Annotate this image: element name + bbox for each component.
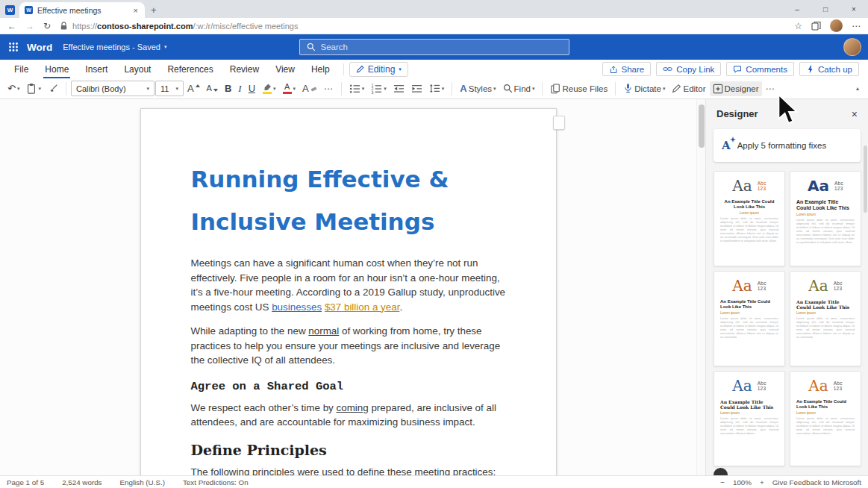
designer-button[interactable]: Designer [710,81,762,96]
reuse-files-button[interactable]: Reuse Files [547,81,611,96]
catch-up-icon [806,65,814,74]
share-button[interactable]: Share [602,62,652,76]
document-canvas[interactable]: Running Effective & Inclusive Meetings M… [0,99,696,475]
comments-button[interactable]: Comments [726,62,794,76]
pane-scrollbar-thumb[interactable] [864,146,867,213]
paste-button[interactable]: ▾ [23,81,44,96]
italic-button[interactable]: I [235,81,244,96]
page-count[interactable]: Page 1 of 5 [7,478,44,487]
tab-close-icon[interactable]: × [132,6,140,15]
menu-layout[interactable]: Layout [116,60,159,78]
design-style-card[interactable]: Aa Abc123 An Example Title Could Look Li… [714,271,785,366]
word-favicon-icon: W [25,6,33,14]
zoom-in-button[interactable]: + [760,478,764,487]
divider [542,82,543,96]
underline-button[interactable]: U [246,81,258,96]
browser-profile-avatar[interactable] [830,19,843,32]
grow-font-button[interactable]: A [184,81,203,96]
pen-icon [356,65,364,73]
pane-footer-button[interactable] [714,468,728,475]
paragraph: While adapting to the new normal of work… [191,324,506,368]
search-input[interactable] [321,43,545,51]
editing-mode-button[interactable]: Editing ▾ [349,62,408,77]
designer-pane: Designer × A Apply 5 formatting fixes Aa… [705,99,868,475]
styles-button[interactable]: A Styles ▾ [457,81,499,96]
editor-button[interactable]: Editor [669,81,708,96]
menu-home[interactable]: Home [37,60,77,78]
word-app-icon: W [5,5,15,15]
clear-formatting-button[interactable]: A [299,81,320,96]
decrease-indent-button[interactable] [390,81,408,96]
design-style-card[interactable]: Aa Abc123 An Example Title Could Look Li… [714,371,785,466]
document-scrollbar[interactable] [696,99,705,475]
minimize-button[interactable]: – [783,0,811,18]
design-style-card[interactable]: Aa Abc123 An Example Title Could Look Li… [714,171,785,266]
close-window-button[interactable]: × [840,0,868,18]
collapse-ribbon-button[interactable]: ▴ [852,84,864,93]
menu-insert[interactable]: Insert [77,60,116,78]
font-name-select[interactable]: Calibri (Body) ▾ [71,81,154,96]
app-name[interactable]: Word [27,42,52,53]
text-predictions-status[interactable]: Text Predictions: On [183,478,249,487]
design-style-card[interactable]: Aa Abc123 An Example Title Could Look Li… [790,371,861,466]
browser-menu-icon[interactable]: ⋯ [852,21,861,31]
font-size-select[interactable]: 11 ▾ [155,81,184,96]
apply-formatting-card[interactable]: A Apply 5 formatting fixes [714,129,861,162]
menu-file[interactable]: File [6,60,37,78]
ribbon-toolbar: ↶ ▾ ▾ Calibri (Body) ▾ 11 ▾ A A B I U [0,78,868,99]
link-icon [663,65,672,73]
format-painter-button[interactable] [45,81,61,96]
more-font-options-button[interactable]: ⋯ [321,81,337,96]
word-header: Word Effective meetings - Saved ▾ [0,34,868,60]
highlight-button[interactable]: ▾ [259,81,279,96]
collections-icon[interactable] [811,21,821,31]
undo-button[interactable]: ↶ ▾ [4,81,22,96]
browser-tab[interactable]: W Effective meetings × [19,2,145,18]
refresh-button[interactable]: ↻ [43,21,51,31]
back-button[interactable]: ← [7,21,16,31]
maximize-button[interactable]: □ [811,0,840,18]
browser-addressbar: ← → ↻ https://contoso-sharepoint.com/:w:… [0,18,868,34]
bullets-button[interactable]: ▾ [346,81,368,96]
new-tab-button[interactable]: + [151,4,157,16]
bold-button[interactable]: B [222,81,234,96]
menu-help[interactable]: Help [303,60,338,78]
copy-link-button[interactable]: Copy Link [656,62,721,76]
language-status[interactable]: English (U.S.) [120,478,165,487]
chevron-down-icon: ▾ [146,86,149,91]
numbering-button[interactable]: 123 ▾ [368,81,390,96]
section-heading: Agree on a Shared Goal [191,380,506,393]
design-style-card[interactable]: Aa Abc123 An Example Title Could Look Li… [790,271,861,366]
menu-references[interactable]: References [159,60,221,78]
menu-review[interactable]: Review [222,60,267,78]
zoom-level[interactable]: 100% [733,478,752,487]
favorites-star-icon[interactable]: ☆ [794,21,802,31]
toolbar-overflow-button[interactable]: ⋯ [763,81,778,96]
document-page[interactable]: Running Effective & Inclusive Meetings M… [140,108,557,475]
word-count[interactable]: 2,524 words [62,478,102,487]
line-spacing-button[interactable]: ▾ [426,81,448,96]
svg-text:3: 3 [372,90,374,93]
scrollbar-thumb[interactable] [699,104,705,148]
font-color-button[interactable]: A ▾ [280,81,299,96]
url-field[interactable]: https://contoso-sharepoint.com/:w:/r/mis… [60,22,785,31]
document-name-button[interactable]: Effective meetings - Saved ▾ [63,43,166,51]
shrink-font-button[interactable]: A [204,82,221,95]
comment-anchor[interactable] [553,116,565,130]
increase-indent-button[interactable] [408,81,425,96]
design-style-card[interactable]: Aa Abc123 An Example Title Could Look Li… [790,171,861,266]
catch-up-button[interactable]: Catch up [799,62,859,76]
close-pane-icon[interactable]: × [852,109,858,119]
search-bar[interactable] [299,39,569,55]
divider [341,82,342,96]
find-button[interactable]: Find ▾ [500,81,538,96]
caret-up-icon [196,84,200,87]
feedback-link[interactable]: Give Feedback to Microsoft [772,478,861,487]
paintbrush-icon [48,84,58,94]
dictate-button[interactable]: Dictate ▾ [620,81,668,96]
menu-view[interactable]: View [267,60,303,78]
forward-button[interactable]: → [25,21,34,31]
zoom-out-button[interactable]: − [720,478,725,487]
account-avatar[interactable] [843,38,861,56]
app-launcher-button[interactable] [0,34,27,60]
